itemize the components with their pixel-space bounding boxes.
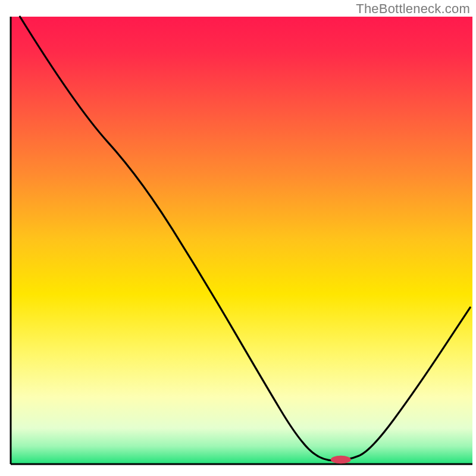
gradient-background — [11, 17, 472, 464]
optimal-point-marker — [331, 456, 351, 464]
watermark-text: TheBottleneck.com — [356, 1, 470, 17]
bottleneck-chart — [0, 0, 476, 476]
chart-container: TheBottleneck.com — [0, 0, 476, 476]
